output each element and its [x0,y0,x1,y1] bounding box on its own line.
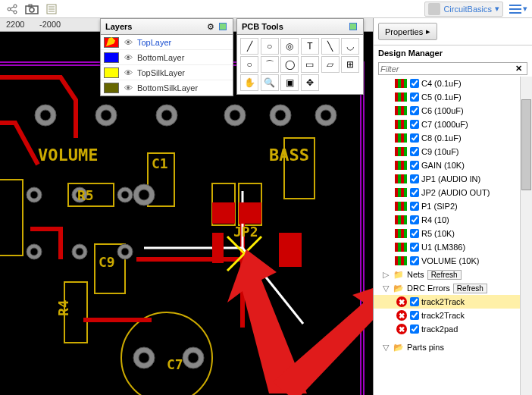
visibility-checkbox[interactable] [410,297,419,306]
visibility-checkbox[interactable] [410,256,419,265]
layer-row-botsilk[interactable]: 👁 BottomSilkLayer [101,80,233,96]
layer-row-bottom[interactable]: 👁 BottomLayer [101,50,233,65]
svg-point-29 [101,110,111,121]
minimize-icon[interactable] [348,21,358,32]
gear-icon[interactable]: ⚙ [205,21,216,32]
arc2-tool-icon[interactable]: ⌒ [261,56,279,73]
ruler-tick: 2200 [6,20,24,29]
chevron-right-icon: ▸ [426,27,430,36]
tree-item-component[interactable]: VOLUME (10K) [374,254,532,268]
visibility-checkbox[interactable] [410,311,419,320]
user-menu[interactable]: CircuitBasics ▾ [424,2,503,17]
line-tool-icon[interactable]: ╲ [321,38,340,55]
component-footprint-icon [395,229,407,238]
chevron-down-icon: ▾ [495,4,499,14]
refresh-button[interactable]: Refresh [453,284,487,293]
drc-error-item[interactable]: ✖track2pad [374,322,532,336]
ruler-tick: -2000 [39,20,61,29]
drc-error-item[interactable]: ✖track2Track [374,309,532,322]
visibility-checkbox[interactable] [410,147,419,156]
text-tool-icon[interactable]: T [301,38,319,55]
visibility-checkbox[interactable] [410,188,419,197]
eye-icon[interactable]: 👁 [122,67,134,79]
circle-tool-icon[interactable]: ○ [240,56,258,73]
visibility-checkbox[interactable] [410,120,419,129]
tree-item-component[interactable]: U1 (LM386) [374,240,532,254]
tree-item-component[interactable]: C5 (0.1uF) [374,90,532,104]
component-label: VOLUME (10K) [421,256,479,265]
visibility-checkbox[interactable] [410,161,419,170]
visibility-checkbox[interactable] [410,106,419,115]
component-label: JP2 (AUDIO OUT) [421,188,490,197]
component-footprint-icon [395,133,407,143]
visibility-checkbox[interactable] [410,174,419,183]
eye-icon[interactable]: 👁 [122,36,134,49]
visibility-checkbox[interactable] [410,215,419,224]
tree-group-parts-pins[interactable]: ▽ 📂 Parts pins [374,340,532,354]
minimize-icon[interactable] [217,21,228,32]
component-label: R5 (10K) [421,229,455,238]
tree-item-component[interactable]: C4 (0.1uF) [374,77,532,90]
image-tool-icon[interactable]: ▣ [280,74,299,91]
rect-tool-icon[interactable]: ▭ [301,56,319,73]
svg-text:C1: C1 [152,155,168,171]
component-footprint-icon [395,174,407,183]
history-icon[interactable] [42,1,61,17]
visibility-checkbox[interactable] [410,79,419,88]
tree-item-component[interactable]: JP1 (AUDIO IN) [374,172,532,186]
pcb-canvas[interactable]: 2200 -2000 [0,18,373,395]
svg-line-4 [11,10,14,11]
tree-item-component[interactable]: C8 (0.1uF) [374,131,532,145]
component-label: C4 (0.1uF) [421,79,462,88]
refresh-button[interactable]: Refresh [427,270,462,280]
tree-group-drc[interactable]: ▽ 📂 DRC Errors Refresh [374,281,532,295]
layer-label: BottomLayer [137,53,184,62]
svg-point-0 [8,8,11,11]
properties-button[interactable]: Properties ▸ [378,23,437,40]
hand-tool-icon[interactable]: ✋ [240,74,258,91]
layers-panel: Layers ⚙ 👁 TopLayer 👁 BottomLayer 👁 [100,18,233,96]
visibility-checkbox[interactable] [410,324,419,334]
via-tool-icon[interactable]: ◎ [280,38,299,55]
share-icon[interactable] [3,1,21,17]
pcb-tools-title: PCB Tools [242,22,346,31]
tree-item-component[interactable]: C9 (10uF) [374,145,532,158]
pad-tool-icon[interactable]: ○ [261,38,279,55]
visibility-checkbox[interactable] [410,133,419,143]
arc-tool-icon[interactable]: ◡ [341,38,359,55]
tree-item-component[interactable]: R5 (10K) [374,227,532,240]
scrollbar-thumb[interactable] [521,99,531,190]
filter-input[interactable] [380,64,512,74]
array-tool-icon[interactable]: ⊞ [341,56,359,73]
tree-group-nets[interactable]: ▷ 📁 Nets Refresh [374,268,532,281]
tree-item-component[interactable]: C6 (100uF) [374,104,532,118]
design-tree[interactable]: C4 (0.1uF)C5 (0.1uF)C6 (100uF)C7 (1000uF… [374,77,532,395]
drc-error-item[interactable]: ✖track2Track [374,295,532,309]
scrollbar[interactable] [520,77,532,395]
track-tool-icon[interactable]: ╱ [240,38,258,55]
visibility-checkbox[interactable] [410,229,419,238]
zoom-tool-icon[interactable]: 🔍 [261,74,279,91]
move-tool-icon[interactable]: ✥ [301,74,319,91]
layer-row-topsilk[interactable]: 👁 TopSilkLayer [101,65,233,80]
region-tool-icon[interactable]: ▱ [321,56,340,73]
ellipse-tool-icon[interactable]: ◯ [280,56,299,73]
tree-item-component[interactable]: R4 (10) [374,213,532,227]
eye-icon[interactable]: 👁 [122,82,134,94]
error-icon: ✖ [396,324,407,334]
layer-row-top[interactable]: 👁 TopLayer [101,35,233,50]
tree-item-component[interactable]: JP2 (AUDIO OUT) [374,186,532,199]
eye-icon[interactable]: 👁 [122,52,134,64]
visibility-checkbox[interactable] [410,92,419,102]
tree-item-component[interactable]: P1 (SIP2) [374,199,532,213]
visibility-checkbox[interactable] [410,243,419,252]
tree-item-component[interactable]: GAIN (10K) [374,158,532,172]
menu-icon[interactable]: ▾ [509,1,527,17]
visibility-checkbox[interactable] [410,202,419,211]
tree-item-component[interactable]: C7 (1000uF) [374,118,532,131]
svg-point-37 [321,110,331,121]
camera-icon[interactable] [23,1,41,17]
clear-filter-icon[interactable]: ✕ [512,64,525,74]
svg-point-51 [121,248,129,255]
layer-list: 👁 TopLayer 👁 BottomLayer 👁 TopSilkLayer … [101,35,233,96]
